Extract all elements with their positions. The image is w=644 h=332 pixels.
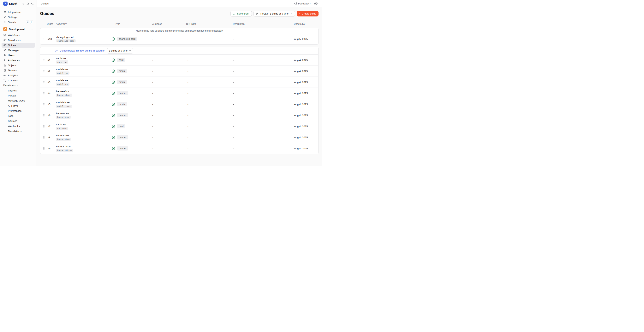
table-row[interactable]: #6 banner-one banner-one banner - - - Au…	[40, 110, 318, 121]
guide-name[interactable]: card-one	[56, 123, 66, 126]
sidebar-item-integrations[interactable]: Integrations	[2, 10, 35, 15]
audience-cell: -	[152, 114, 186, 117]
environment-switcher[interactable]: Development	[2, 26, 35, 32]
drag-handle[interactable]	[42, 136, 47, 139]
guide-name[interactable]: banner-two	[56, 134, 69, 137]
drag-handle[interactable]	[42, 59, 47, 62]
sidebar-item-label: Objects	[8, 64, 16, 67]
table-row[interactable]: #4 banner-four banner-four banner - - - …	[40, 88, 318, 99]
sidebar-item-users[interactable]: Users	[2, 53, 35, 58]
drag-handle[interactable]	[42, 92, 47, 95]
workspace-updown-icon[interactable]	[22, 2, 24, 5]
guide-name[interactable]: changelog-card	[56, 36, 74, 39]
updated-at-cell: Aug 4, 2025	[294, 125, 318, 128]
swap-arrows-icon	[3, 11, 6, 14]
notifications-bell-icon[interactable]	[26, 2, 29, 5]
drag-handle[interactable]	[42, 125, 47, 128]
guide-name[interactable]: modal-three	[56, 101, 70, 104]
guide-type-badge: card	[117, 58, 126, 62]
table-row[interactable]: #5 modal-three modal-three modal - - - A…	[40, 99, 318, 110]
sidebar-item-label: Layouts	[8, 89, 17, 92]
drag-handle[interactable]	[42, 147, 47, 150]
table-row[interactable]: #8 banner-two banner-two banner - - - Au…	[40, 132, 318, 143]
sidebar-item-messages[interactable]: Messages	[2, 48, 35, 53]
status-active-icon	[112, 114, 115, 117]
table-row[interactable]: #3 modal-one modal-one modal - - - Aug 4…	[40, 77, 318, 88]
save-order-button[interactable]: Save order	[230, 11, 252, 17]
sidebar-item-label: Logs	[8, 115, 13, 117]
sidebar-item-tenants[interactable]: Tenants	[2, 68, 35, 73]
url-path-cell: -	[186, 38, 233, 41]
throttle-dropdown-button[interactable]: Throttle: 1 guide at a time	[254, 11, 295, 17]
pages-icon	[3, 64, 6, 67]
sidebar-item-analytics[interactable]: Analytics	[2, 73, 35, 78]
updated-at-cell: Aug 4, 2025	[294, 92, 318, 95]
audience-cell: -	[152, 38, 186, 41]
sidebar-item-label: Audiences	[8, 59, 20, 62]
status-active-icon	[112, 69, 115, 73]
sidebar-item-sources[interactable]: Sources	[5, 119, 35, 124]
guide-name[interactable]: banner-three	[56, 145, 70, 148]
sidebar-item-api-keys[interactable]: API keys	[5, 103, 35, 108]
drag-handle[interactable]	[42, 37, 47, 41]
table-row[interactable]: #1 card-two card-two card - - - Aug 4, 2…	[40, 55, 318, 66]
sidebar-item-label: Broadcasts	[8, 39, 20, 42]
description-cell: -	[233, 125, 294, 128]
guide-name[interactable]: card-two	[56, 57, 66, 60]
feedback-button[interactable]: Feedback?	[294, 2, 310, 5]
sidebar-section-developers[interactable]: Developers	[2, 83, 35, 88]
table-row[interactable]: #9 banner-three banner-three banner - - …	[40, 143, 318, 154]
sidebar-item-guides[interactable]: Guides	[2, 43, 35, 48]
table-row[interactable]: #2 modal-two modal-two modal - - - Aug 4…	[40, 66, 318, 77]
person-check-icon	[3, 59, 6, 62]
guide-type-badge: banner	[117, 146, 128, 151]
guide-name[interactable]: modal-one	[56, 79, 68, 82]
create-guide-button[interactable]: + Create guide	[297, 11, 318, 17]
status-active-icon	[112, 58, 115, 62]
drag-handle[interactable]	[42, 70, 47, 73]
sidebar-item-workflows[interactable]: Workflows	[2, 33, 35, 38]
row-order: #3	[47, 81, 56, 84]
sidebar-item-logs[interactable]: Logs	[5, 113, 35, 118]
updated-at-cell: Aug 4, 2025	[294, 81, 318, 84]
drag-handle[interactable]	[42, 103, 47, 106]
table-row[interactable]: #7 card-one card-one card - - - Aug 4, 2…	[40, 121, 318, 132]
table-row[interactable]: #10 changelog-card changelog-card change…	[40, 34, 318, 44]
sidebar-item-objects[interactable]: Objects	[2, 63, 35, 68]
search-icon[interactable]	[31, 2, 34, 5]
throttle-amount-select[interactable]: 1 guide at a time	[107, 48, 133, 54]
sidebar-item-layouts[interactable]: Layouts	[5, 88, 35, 93]
sidebar-item-preferences[interactable]: Preferences	[5, 108, 35, 113]
updated-at-cell: Aug 4, 2025	[294, 114, 318, 117]
sidebar-item-label: Preferences	[8, 109, 22, 112]
sidebar-item-search[interactable]: Search ⌘ K	[2, 20, 35, 25]
audience-cell: -	[152, 81, 186, 84]
sidebar-item-webhooks[interactable]: Webhooks	[5, 124, 35, 129]
save-order-label: Save order	[237, 12, 250, 15]
sidebar-item-commits[interactable]: Commits	[2, 78, 35, 83]
sidebar-item-label: Partials	[8, 94, 16, 97]
row-order: #1	[47, 59, 56, 62]
row-order: #8	[47, 136, 56, 139]
audience-cell: -	[152, 136, 186, 139]
sidebar-item-audiences[interactable]: Audiences	[2, 58, 35, 63]
description-cell: -	[233, 147, 294, 150]
status-active-icon	[112, 80, 115, 84]
sidebar-item-label: Message types	[8, 99, 25, 102]
sidebar-item-settings[interactable]: Settings	[2, 15, 35, 20]
drag-handle[interactable]	[42, 81, 47, 84]
drag-handle[interactable]	[42, 114, 47, 117]
user-avatar-icon[interactable]	[314, 2, 318, 6]
sidebar-item-broadcasts[interactable]: Broadcasts	[2, 38, 35, 43]
unthrottled-guides-section: Move guides here to ignore the throttle …	[40, 28, 318, 45]
guide-name[interactable]: banner-four	[56, 90, 69, 93]
audience-cell: -	[152, 147, 186, 150]
guide-name[interactable]: banner-one	[56, 112, 69, 115]
sidebar-item-label: Tenants	[8, 69, 17, 72]
sidebar-item-partials[interactable]: Partials	[5, 93, 35, 98]
sidebar-item-translations[interactable]: Translations	[5, 129, 35, 134]
guide-name[interactable]: modal-two	[56, 68, 68, 71]
sidebar-item-message-types[interactable]: Message types	[5, 98, 35, 103]
description-cell: -	[233, 114, 294, 117]
sidebar-item-label: Translations	[8, 130, 22, 133]
